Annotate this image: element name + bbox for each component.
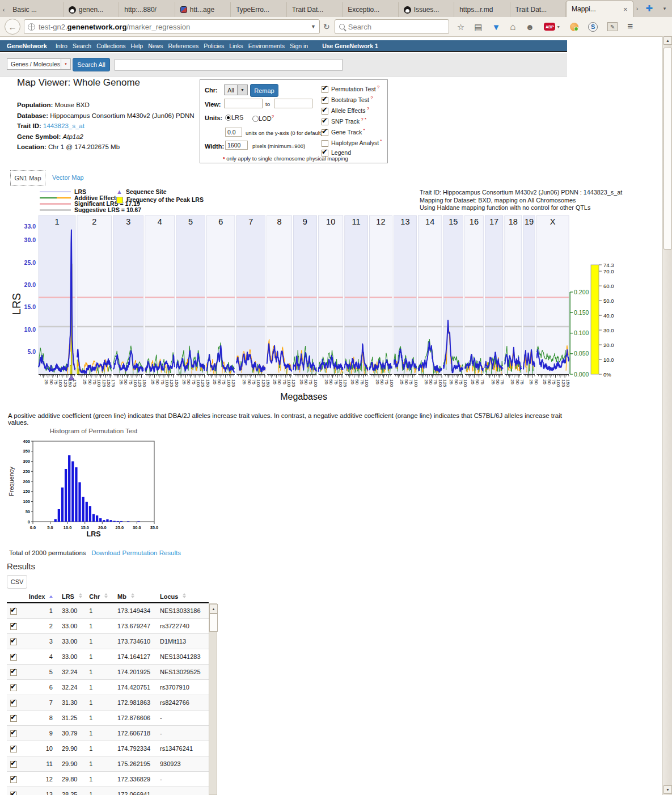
row-checkbox-icon[interactable] xyxy=(10,623,17,630)
checkbox-checked-icon[interactable] xyxy=(322,97,328,104)
option-permutation-test[interactable]: Permutation Test ? xyxy=(322,84,379,93)
table-scrollbar-thumb[interactable] xyxy=(209,614,218,632)
units-lod-radio[interactable]: LOD? xyxy=(252,114,274,122)
use-genenetwork-1-link[interactable]: Use GeneNetwork 1 xyxy=(322,43,378,49)
browser-tab[interactable]: Trait Dat... xyxy=(510,2,566,17)
y-units-input[interactable] xyxy=(225,128,242,137)
option-bootstrap-test[interactable]: Bootstrap Test ? xyxy=(322,95,373,104)
tab-scroll-left-icon[interactable]: ‹ xyxy=(0,2,7,17)
menu-icon[interactable]: ≡ xyxy=(627,21,633,32)
url-dropdown-icon[interactable]: ▼ xyxy=(311,24,316,29)
reading-list-icon[interactable]: ▤ xyxy=(474,23,482,31)
table-scroll-up-icon[interactable]: ▲ xyxy=(209,604,218,614)
nav-item-collections[interactable]: Collections xyxy=(96,43,125,49)
checkbox-checked-icon[interactable] xyxy=(322,108,328,115)
search-category-select[interactable]: Genes / Molecules ▾ xyxy=(7,58,71,70)
browser-tab[interactable]: genen... xyxy=(64,2,119,17)
genome-scan-chart[interactable]: 1255075100125150175225507510012515017532… xyxy=(11,208,641,405)
row-checkbox-icon[interactable] xyxy=(10,715,17,722)
scroll-up-icon[interactable]: ▲ xyxy=(663,36,672,45)
column-header-mb[interactable]: Mb xyxy=(116,591,159,603)
row-checkbox-icon[interactable] xyxy=(10,776,17,783)
checkbox-icon[interactable] xyxy=(322,140,328,147)
view-to-input[interactable] xyxy=(274,99,312,108)
tab-list-icon[interactable]: ▾ xyxy=(657,1,672,16)
browser-search-box[interactable]: Search xyxy=(335,19,449,34)
browser-tab[interactable]: Basic ... xyxy=(7,2,63,17)
browser-tab[interactable]: Trait Dat... xyxy=(287,2,343,17)
width-input[interactable] xyxy=(225,141,248,150)
checkbox-checked-icon[interactable] xyxy=(322,119,328,125)
bookmark-star-icon[interactable]: ☆ xyxy=(457,23,464,31)
column-header-index[interactable]: Index xyxy=(28,591,61,603)
row-checkbox-icon[interactable] xyxy=(10,746,17,752)
tab-vector-map[interactable]: Vector Map xyxy=(52,174,84,181)
units-lrs-radio[interactable]: LRS xyxy=(225,114,243,121)
back-button[interactable]: ← xyxy=(5,19,20,35)
option-haplotype-analyst[interactable]: Haplotype Analyst * xyxy=(322,138,382,147)
browser-tab[interactable]: TypeErro... xyxy=(231,2,286,17)
edit-extension-icon[interactable]: ✎ xyxy=(607,22,618,31)
extension-orange-icon[interactable] xyxy=(570,23,578,31)
row-checkbox-icon[interactable] xyxy=(10,608,17,615)
row-checkbox-icon[interactable] xyxy=(10,638,17,645)
remap-button[interactable]: Remap xyxy=(250,84,278,97)
cell-chr: 1 xyxy=(88,619,116,634)
new-tab-icon[interactable]: ✚ xyxy=(641,3,658,14)
nav-item-intro[interactable]: Intro xyxy=(56,43,67,49)
browser-tab[interactable]: Issues... xyxy=(399,2,454,17)
page-scrollbar[interactable]: ▲ ▼ xyxy=(662,36,672,795)
row-checkbox-icon[interactable] xyxy=(10,761,17,768)
downloads-icon[interactable]: ▼ xyxy=(492,23,500,31)
home-icon[interactable]: ⌂ xyxy=(510,22,515,32)
tab-gn1-map[interactable]: GN1 Map xyxy=(10,170,45,186)
search-all-button[interactable]: Search All xyxy=(73,58,110,71)
row-checkbox-icon[interactable] xyxy=(10,700,17,707)
chat-icon[interactable]: ☻ xyxy=(526,23,535,31)
adblock-icon[interactable]: ABP▼ xyxy=(544,23,560,31)
csv-button[interactable]: CSV xyxy=(7,575,27,589)
select-caret-icon[interactable]: ▾ xyxy=(61,58,71,70)
option-snp-track[interactable]: SNP Track ? * xyxy=(322,117,366,125)
nav-item-search[interactable]: Search xyxy=(73,43,91,49)
gn-search-input[interactable] xyxy=(115,59,343,71)
table-scrollbar[interactable]: ▲ xyxy=(209,603,217,795)
nav-item-links[interactable]: Links xyxy=(229,43,243,49)
row-checkbox-icon[interactable] xyxy=(10,684,17,691)
chr-select[interactable]: All ▼ xyxy=(224,84,248,95)
download-permutation-link[interactable]: Download Permutation Results xyxy=(91,549,181,556)
scrollbar-thumb[interactable] xyxy=(663,48,672,250)
row-checkbox-icon[interactable] xyxy=(10,792,17,795)
tab-scroll-right-icon[interactable]: › xyxy=(633,1,641,16)
row-checkbox-icon[interactable] xyxy=(10,654,17,661)
option-gene-track[interactable]: Gene Track * xyxy=(322,128,365,136)
row-checkbox-icon[interactable] xyxy=(10,669,17,676)
browser-tab[interactable]: http:...880/ xyxy=(119,2,175,17)
browser-tab[interactable]: https...r.md xyxy=(454,2,510,17)
browser-tab[interactable]: Mappi...× xyxy=(566,1,633,17)
nav-item-help[interactable]: Help xyxy=(131,43,143,49)
tab-close-icon[interactable]: × xyxy=(621,5,628,14)
view-from-input[interactable] xyxy=(224,99,263,108)
checkbox-checked-icon[interactable] xyxy=(322,86,328,93)
nav-item-news[interactable]: News xyxy=(148,43,163,49)
scroll-down-icon[interactable]: ▼ xyxy=(663,785,672,794)
nav-item-environments[interactable]: Environments xyxy=(248,43,285,49)
row-checkbox-icon[interactable] xyxy=(10,730,17,737)
nav-item-policies[interactable]: Policies xyxy=(204,43,224,49)
option-allele-effects[interactable]: Allele Effects ? xyxy=(322,106,369,115)
column-header-chr[interactable]: Chr xyxy=(88,591,116,603)
browser-tab[interactable]: htt...age xyxy=(175,2,231,17)
reload-icon[interactable]: ↻ xyxy=(323,22,330,31)
nav-item-sign-in[interactable]: Sign in xyxy=(290,43,308,49)
column-header-locus[interactable]: Locus xyxy=(159,591,209,603)
nav-item-references[interactable]: References xyxy=(168,43,198,49)
checkbox-checked-icon[interactable] xyxy=(322,150,328,157)
extension-s-icon[interactable]: S xyxy=(588,22,598,32)
browser-tab[interactable]: Exceptio... xyxy=(343,2,398,17)
url-bar[interactable]: test-gn2.genenetwork.org/marker_regressi… xyxy=(24,19,320,34)
option-legend[interactable]: Legend xyxy=(322,149,351,157)
column-header-lrs[interactable]: LRS xyxy=(61,591,88,603)
trait-id-link[interactable]: 1443823_s_at xyxy=(43,122,84,129)
checkbox-checked-icon[interactable] xyxy=(322,129,328,136)
